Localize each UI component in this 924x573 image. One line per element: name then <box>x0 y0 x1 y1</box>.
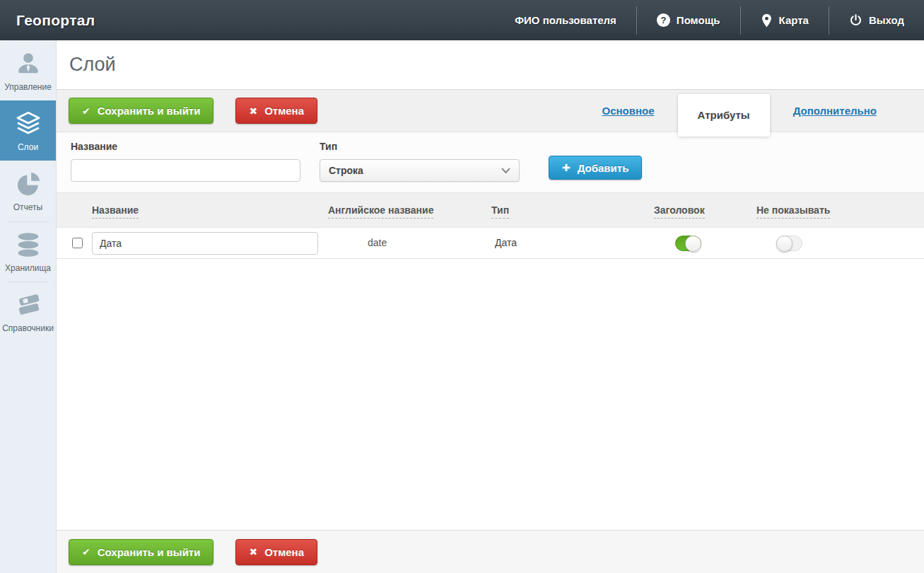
books-icon <box>14 291 42 319</box>
chevron-down-icon <box>501 168 510 174</box>
row-type: Дата <box>495 237 517 248</box>
check-icon: ✔ <box>82 105 90 117</box>
column-header-header[interactable]: Заголовок <box>654 204 705 219</box>
plus-icon: ✚ <box>562 162 571 173</box>
topbar-menu: ФИО пользователя ? Помощь Карта <box>495 0 924 40</box>
toggle-knob <box>776 236 793 252</box>
row-select-checkbox[interactable] <box>72 238 83 248</box>
type-select-value: Строка <box>329 165 363 176</box>
main-content: Слой ✔ Сохранить и выйти ✖ Отмена Основн… <box>57 40 924 573</box>
geoportal-app: Геопортал ФИО пользователя ? Помощь Карт… <box>0 0 924 573</box>
user-icon <box>14 50 42 78</box>
title-bar: Слой <box>57 40 924 90</box>
logout-button[interactable]: Выход <box>829 0 924 40</box>
power-icon <box>849 13 862 27</box>
cross-icon: ✖ <box>249 105 257 117</box>
sidebar-item-management[interactable]: Управление <box>0 40 56 100</box>
type-label: Тип <box>320 141 337 152</box>
add-attribute-button[interactable]: ✚ Добавить <box>549 156 642 180</box>
sidebar: Управление Слои Отчеты <box>0 40 57 573</box>
header-toggle[interactable] <box>675 236 701 251</box>
toggle-knob <box>685 236 701 252</box>
pie-chart-icon <box>14 170 42 198</box>
sidebar-item-label: Слои <box>18 143 38 152</box>
topbar: Геопортал ФИО пользователя ? Помощь Карт… <box>0 0 924 40</box>
layers-icon <box>14 110 42 138</box>
type-field-group: Тип Строка <box>320 140 520 182</box>
row-english-name: date <box>368 237 387 248</box>
help-button[interactable]: ? Помощь <box>637 0 740 40</box>
cancel-button[interactable]: ✖ Отмена <box>235 98 317 124</box>
sidebar-item-layers[interactable]: Слои <box>0 100 56 161</box>
map-button[interactable]: Карта <box>741 0 829 40</box>
name-field-group: Название <box>71 140 300 182</box>
tab-main[interactable]: Основное <box>583 105 673 117</box>
sidebar-item-label: Справочники <box>2 324 54 333</box>
app-logo: Геопортал <box>0 12 95 29</box>
tab-additional[interactable]: Дополнительно <box>774 105 896 117</box>
sidebar-item-directories[interactable]: Справочники <box>0 282 56 342</box>
table-row: date Дата <box>57 228 924 259</box>
map-pin-icon <box>761 13 773 28</box>
sidebar-item-label: Отчеты <box>13 203 42 212</box>
cross-icon: ✖ <box>249 546 257 557</box>
top-toolbar: ✔ Сохранить и выйти ✖ Отмена Основное Ат… <box>57 90 924 132</box>
sidebar-item-label: Управление <box>4 83 52 92</box>
help-icon: ? <box>657 13 670 27</box>
attributes-table-header: Название Английское название Тип Заголов… <box>57 193 924 228</box>
sidebar-item-reports[interactable]: Отчеты <box>0 161 56 221</box>
column-header-type[interactable]: Тип <box>491 204 509 219</box>
name-input[interactable] <box>71 159 300 182</box>
hide-toggle[interactable] <box>776 236 802 251</box>
column-header-english-name[interactable]: Английское название <box>328 204 433 219</box>
sidebar-item-label: Хранилища <box>5 264 51 273</box>
table-empty-area <box>57 259 924 530</box>
cancel-button-bottom[interactable]: ✖ Отмена <box>235 539 317 565</box>
row-name-input[interactable] <box>92 232 318 255</box>
save-and-exit-button[interactable]: ✔ Сохранить и выйти <box>69 98 214 124</box>
name-label: Название <box>71 141 117 152</box>
database-icon <box>14 231 42 259</box>
column-header-name[interactable]: Название <box>92 204 139 219</box>
attribute-form: Название Тип Строка ✚ Добавить <box>57 132 924 193</box>
page-title: Слой <box>69 54 116 76</box>
column-header-hide[interactable]: Не показывать <box>756 204 830 219</box>
type-select[interactable]: Строка <box>320 159 520 182</box>
bottom-toolbar: ✔ Сохранить и выйти ✖ Отмена <box>57 530 924 573</box>
user-fullname[interactable]: ФИО пользователя <box>495 0 636 40</box>
tab-attributes[interactable]: Атрибуты <box>678 94 770 137</box>
check-icon: ✔ <box>82 546 90 557</box>
tabs: Основное Атрибуты Дополнительно <box>583 90 924 132</box>
sidebar-item-storages[interactable]: Хранилища <box>0 221 56 282</box>
save-and-exit-button-bottom[interactable]: ✔ Сохранить и выйти <box>69 539 214 565</box>
